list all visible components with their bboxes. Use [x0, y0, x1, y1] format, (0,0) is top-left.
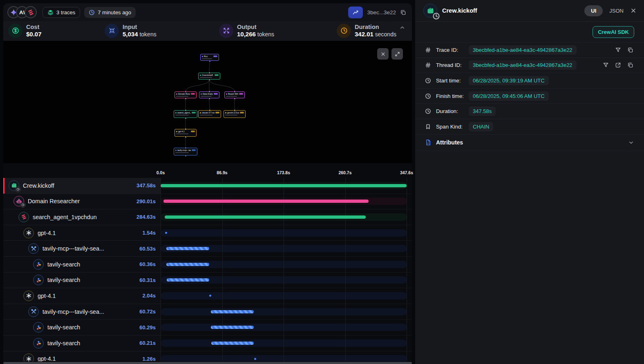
field-value: 3becbfed-a1be-ae84-ea3c-4942867a3e22	[469, 45, 577, 55]
trace-graph-area: RunCrew.kickoffDomain ResearcherData Ana…	[3, 41, 412, 163]
field-value: 06/28/2025, 09:39:19 AM UTC	[469, 76, 549, 85]
clock-icon	[425, 78, 432, 84]
axis-tick: 86.9s	[217, 170, 227, 175]
span-duration: 60.21s	[136, 340, 161, 346]
span-track	[161, 292, 407, 300]
detail-field-row: Span Kind: CHAIN	[415, 119, 644, 135]
horizontal-scrollbar[interactable]	[3, 362, 412, 364]
close-panel-icon[interactable]	[630, 7, 637, 14]
copy-trace-id-icon[interactable]	[400, 9, 406, 16]
span-row[interactable]: tavily-search 60.36s	[3, 257, 412, 273]
span-row[interactable]: gpt-4.1 1.26s	[3, 351, 412, 362]
filter-icon[interactable]	[603, 62, 609, 68]
copy-icon[interactable]	[627, 62, 633, 68]
span-row[interactable]: gpt-4.1 2.04s	[3, 288, 412, 304]
graph-node-label: Data Analyst	[203, 93, 213, 95]
axis-tick: 0.0s	[157, 170, 165, 175]
provider-avatars: A\	[7, 6, 37, 18]
tab-json[interactable]: JSON	[609, 8, 624, 14]
field-label: Trace ID:	[436, 47, 469, 53]
field-label: Finish time:	[436, 93, 469, 99]
tab-ui[interactable]: UI	[584, 5, 603, 16]
span-row[interactable]: search_agent_1vpchdun 284.63s	[3, 209, 412, 225]
clock-badge-icon	[15, 186, 21, 192]
span-row-chart-cell	[161, 225, 412, 241]
graph-node-claude[interactable]: claude-3-7-sonnet	[198, 110, 221, 118]
span-row-name-cell: tavily-mcp---tavily-sea... 60.72s	[3, 304, 161, 320]
field-value: 347.58s	[469, 107, 496, 116]
span-row[interactable]: tavily-search 60.29s	[3, 320, 412, 335]
graph-port	[208, 98, 210, 100]
copy-icon[interactable]	[627, 47, 633, 53]
graph-node-gemini[interactable]: gemini-2.5-pro	[224, 110, 246, 118]
stat-label: Input	[123, 23, 157, 31]
span-bar	[163, 200, 369, 203]
span-row[interactable]: Crew.kickoff 347.58s	[3, 178, 412, 194]
span-duration: 1.54s	[139, 230, 161, 236]
trace-age-label: 7 minutes ago	[98, 9, 131, 16]
span-duration: 347.58s	[133, 182, 161, 189]
graph-port	[209, 109, 211, 111]
span-duration: 60.53s	[136, 246, 161, 252]
span-track	[161, 324, 407, 331]
graph-port	[185, 128, 187, 130]
span-row[interactable]: Domain Researcher 290.01s	[3, 194, 412, 210]
expand-graph-button[interactable]	[391, 48, 403, 60]
span-bar	[211, 310, 254, 313]
span-row-chart-cell	[161, 304, 412, 320]
openai-icon	[23, 228, 34, 238]
detail-field-row: Finish time: 06/28/2025, 09:45:06 AM UTC	[415, 89, 644, 104]
openai-icon	[23, 353, 34, 362]
span-row-chart-cell	[161, 351, 412, 362]
clock-icon	[425, 108, 432, 114]
span-row[interactable]: tavily-mcp---tavily-sea... 60.53s	[3, 241, 412, 257]
span-row-chart-cell	[161, 209, 412, 225]
span-bar	[211, 326, 253, 329]
metrics-chart-button[interactable]	[348, 7, 363, 18]
detail-field-row: Trace ID: 3becbfed-a1be-ae84-ea3c-494286…	[415, 42, 644, 58]
span-bar	[167, 278, 209, 282]
span-row-chart-cell	[161, 241, 412, 257]
traces-count-badge[interactable]: 3 traces	[42, 7, 80, 18]
span-bar	[166, 263, 209, 266]
stat-label: Output	[237, 23, 274, 31]
span-row-name-cell: gpt-4.1 1.54s	[3, 225, 161, 241]
span-duration: 60.31s	[136, 277, 161, 283]
crewai-span-icon	[423, 4, 437, 18]
field-value: CHAIN	[469, 122, 493, 131]
trace-graph-canvas: RunCrew.kickoffDomain ResearcherData Ana…	[3, 41, 412, 163]
span-label: tavily-mcp---tavily-sea...	[42, 245, 136, 252]
sdk-row: CrewAI SDK	[415, 22, 644, 42]
stat-value: $0.07	[26, 31, 42, 38]
arrows-out-icon	[219, 24, 233, 38]
crewai-logo-icon	[25, 6, 37, 18]
crewai-icon	[9, 180, 19, 191]
span-row[interactable]: tavily-mcp---tavily-sea... 60.72s	[3, 304, 412, 320]
collapse-stats-chevron-up-icon[interactable]	[399, 24, 405, 32]
close-graph-button[interactable]	[377, 48, 389, 60]
filter-icon[interactable]	[615, 47, 621, 53]
span-row[interactable]: gpt-4.1 1.54s	[3, 225, 412, 241]
span-label: tavily-search	[47, 277, 136, 283]
span-track	[161, 308, 407, 315]
stat-output: Output 10,266 tokens	[219, 23, 274, 38]
tools-icon	[28, 306, 39, 317]
span-row-chart-cell	[161, 320, 412, 335]
span-duration: 284.63s	[133, 214, 161, 220]
close-icon	[380, 51, 386, 57]
graph-node-label: Domain Researcher	[178, 93, 190, 95]
attributes-section-toggle[interactable]: Attributes	[415, 135, 644, 151]
bookmark-icon	[425, 124, 432, 130]
graph-port	[185, 98, 187, 100]
external-icon[interactable]	[615, 62, 621, 68]
span-row-name-cell: tavily-mcp---tavily-sea... 60.53s	[3, 241, 161, 257]
stat-value: 5,034 tokens	[123, 31, 157, 38]
span-row[interactable]: tavily-search 60.21s	[3, 335, 412, 351]
graph-port	[185, 136, 187, 138]
field-value: 06/28/2025, 09:45:06 AM UTC	[469, 91, 549, 101]
graph-port	[185, 147, 187, 149]
span-row[interactable]: tavily-search 60.31s	[3, 273, 412, 289]
span-duration: 60.36s	[136, 261, 161, 267]
graph-port	[209, 60, 211, 62]
span-row-name-cell: Domain Researcher 290.01s	[3, 194, 161, 210]
